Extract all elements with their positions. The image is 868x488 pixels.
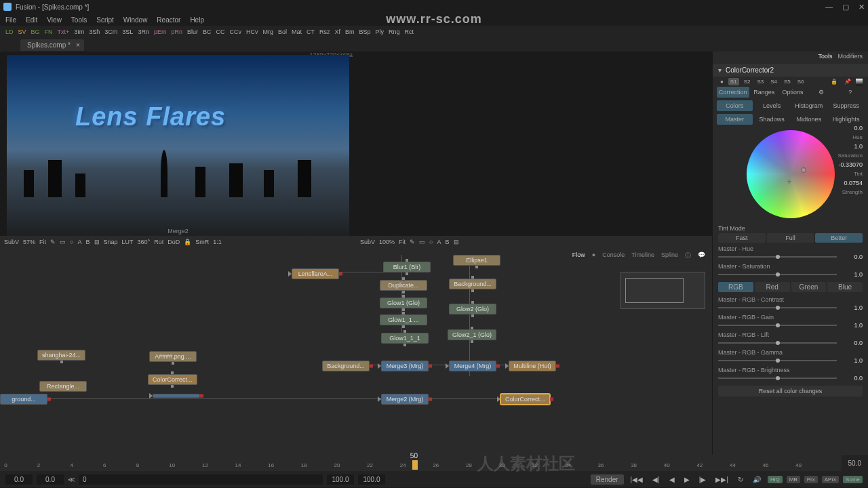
tool-ld[interactable]: LD (5, 28, 14, 35)
tool-3sl[interactable]: 3SL (122, 28, 133, 35)
node-blur1[interactable]: Blur1 (Blr) (383, 262, 431, 272)
node-glow2[interactable]: Glow2 (Glo) (449, 304, 496, 314)
tool-rsz[interactable]: Rsz (319, 28, 330, 35)
node-merge4[interactable]: Merge4 (Mrg) (449, 361, 496, 371)
subv-label[interactable]: SubV (4, 239, 19, 245)
tool-bm[interactable]: Bm (345, 28, 355, 35)
play-icon[interactable]: ▶ (682, 474, 692, 485)
info-icon[interactable]: ⓘ (685, 251, 691, 260)
param-value[interactable]: 0.0 (841, 340, 863, 346)
slider[interactable] (718, 307, 837, 308)
slider[interactable] (718, 325, 837, 326)
param-value[interactable]: 1.0 (841, 357, 863, 364)
store-s2[interactable]: S2 (742, 78, 753, 85)
playhead[interactable]: 50 (412, 460, 418, 470)
zoom-value[interactable]: 100% (379, 239, 395, 245)
correction-tab[interactable]: Correction (717, 87, 749, 98)
comp-tab[interactable]: Spikes.comp * × (20, 39, 84, 51)
menu-view[interactable]: View (47, 16, 62, 24)
node-glow1-1-1[interactable]: Glow1_1_1 (381, 333, 429, 344)
param-value[interactable]: 0.0 (841, 375, 863, 382)
store-s6[interactable]: S6 (795, 78, 806, 85)
node-lensflare[interactable]: LensflareA... (292, 268, 339, 279)
menu-help[interactable]: Help (190, 16, 204, 24)
timeline-ruler[interactable]: 50 0246810121416182022242628303234363840… (0, 455, 842, 471)
maximize-button[interactable]: ▢ (842, 3, 849, 12)
node-merge2[interactable]: Merge2 (Mrg) (381, 394, 429, 405)
spline-tab[interactable]: Spline (661, 251, 678, 260)
midtones-tab[interactable]: Midtones (791, 114, 827, 125)
slider[interactable] (718, 274, 837, 275)
tool-icon[interactable]: ✎ (50, 239, 56, 245)
tool-sv[interactable]: SV (18, 28, 26, 35)
pin-icon[interactable]: 📌 (842, 78, 853, 85)
insp-tools-tab[interactable]: Tools (818, 53, 832, 62)
split-button[interactable]: ⊟ (94, 239, 100, 245)
tool-3im[interactable]: 3Im (74, 28, 84, 35)
viewer-right[interactable]: SubV 100% Fit ✎ ▭ ○ A B ⊟ (356, 52, 712, 248)
store-s3[interactable]: S3 (755, 78, 766, 85)
lock-icon[interactable]: 🔒 (184, 239, 191, 245)
tool-3rn[interactable]: 3Rn (138, 28, 149, 35)
ratio-button[interactable]: 1:1 (213, 239, 222, 245)
tool-mat[interactable]: Mat (292, 28, 302, 35)
flow-tab[interactable]: Flow (572, 251, 585, 260)
tint-value[interactable]: -0.33070 (838, 161, 863, 168)
node-duplicate[interactable]: Duplicate... (380, 280, 427, 291)
hue-value[interactable]: 0.0 (838, 125, 863, 131)
slider[interactable] (718, 360, 837, 361)
levels-tab[interactable]: Levels (754, 100, 790, 111)
node-alpha[interactable]: A####.png ... (149, 351, 197, 362)
prev-key-icon[interactable]: ≪ (68, 476, 75, 483)
node-rectangle[interactable]: Rectangle... (39, 381, 87, 392)
strength-value[interactable]: 0.0754 (838, 180, 863, 186)
lut-button[interactable]: LUT (122, 239, 134, 245)
tool-fn[interactable]: FN (45, 28, 53, 35)
deg-button[interactable]: 360° (138, 239, 151, 245)
menu-reactor[interactable]: Reactor (157, 16, 180, 24)
inspector-header[interactable]: ▾ ColorCorrector2 (713, 64, 868, 77)
dod-button[interactable]: DoD (167, 239, 180, 245)
timeline-tab[interactable]: Timeline (631, 251, 654, 260)
aprx-toggle[interactable]: APrx (822, 476, 839, 483)
range-end[interactable]: 100.0 (358, 474, 385, 485)
node-colorcorrect[interactable]: ColorCorrect... (500, 394, 550, 405)
tool-icon[interactable]: ○ (429, 239, 433, 245)
store-s5[interactable]: S5 (782, 78, 793, 85)
node-glow1-1[interactable]: Glow1_1 ... (380, 314, 427, 325)
master-tab[interactable]: Master (717, 114, 753, 125)
color-wheel[interactable]: + (747, 130, 835, 218)
mb-toggle[interactable]: MB (787, 476, 800, 483)
colors-tab[interactable]: Colors (717, 100, 753, 111)
node-background1[interactable]: Background... (322, 361, 370, 371)
store-s4[interactable]: S4 (768, 78, 779, 85)
node-colorcorrect-l[interactable]: ColorCorrect... (148, 374, 197, 385)
fit-button[interactable]: Fit (39, 239, 46, 245)
rgb-tab[interactable]: RGB (718, 282, 753, 292)
node-ground[interactable]: ground... (0, 394, 47, 405)
highlights-tab[interactable]: Highlights (828, 114, 864, 125)
minimize-button[interactable]: — (825, 3, 833, 12)
fit-button[interactable]: Fit (399, 239, 406, 245)
in-point[interactable]: 0.0 (37, 474, 64, 485)
lock-icon[interactable]: 🔒 (829, 78, 840, 85)
param-value[interactable]: 1.0 (841, 304, 863, 311)
zoom-value[interactable]: 57% (23, 239, 35, 245)
tool-bol[interactable]: Bol (278, 28, 287, 35)
slider[interactable] (718, 256, 837, 258)
tint-better[interactable]: Better (815, 233, 863, 243)
slider[interactable] (718, 378, 837, 379)
param-value[interactable]: 0.0 (841, 253, 863, 260)
menu-tools[interactable]: Tools (71, 16, 87, 24)
a-button[interactable]: A (77, 239, 81, 245)
timeline[interactable]: 50 0246810121416182022242628303234363840… (0, 455, 868, 471)
loop-icon[interactable]: ↻ (735, 474, 746, 485)
prx-toggle[interactable]: Prx (804, 476, 818, 483)
tool-icon[interactable]: ○ (70, 239, 73, 245)
green-tab[interactable]: Green (791, 282, 827, 292)
tool-pem[interactable]: pEm (154, 28, 167, 35)
tool-prn[interactable]: pRn (171, 28, 182, 35)
tool-icon[interactable]: ▭ (60, 239, 66, 245)
node-background-top[interactable]: Background... (449, 279, 496, 289)
render-button[interactable]: Render (591, 474, 624, 485)
